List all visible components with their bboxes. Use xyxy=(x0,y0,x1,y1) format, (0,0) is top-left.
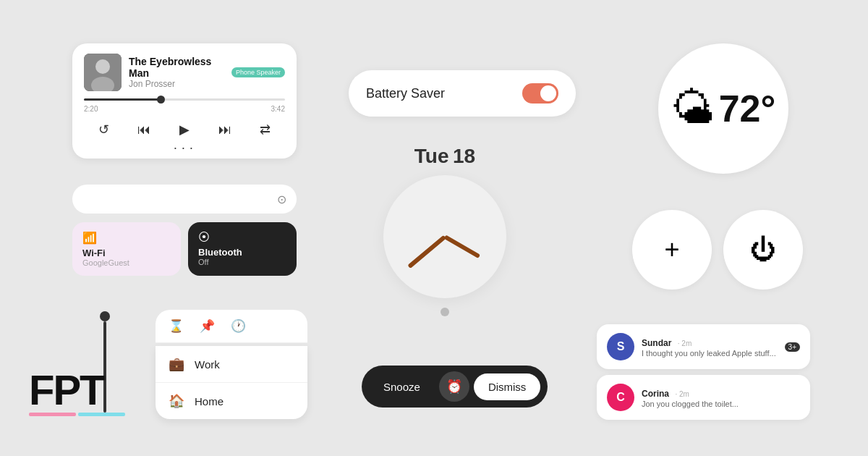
clock-widget: Tue 18 xyxy=(354,145,535,298)
clock-day-num: 18 xyxy=(453,145,475,167)
quick-settings: ⊙ 📶 Wi-Fi GoogleGuest ⦿ Bluetooth Off xyxy=(72,185,297,276)
power-button[interactable]: ⏻ xyxy=(723,210,803,290)
shortcut-work[interactable]: 💼 Work xyxy=(156,346,307,383)
clock-date: Tue 18 xyxy=(414,145,475,168)
music-info: The Eyebrowless Man Jon Prosser xyxy=(129,56,224,89)
battery-saver-card: Battery Saver xyxy=(349,70,576,117)
fpt-line-blue xyxy=(78,413,125,416)
notification-sundar[interactable]: S Sundar · 2m I thought you only leaked … xyxy=(597,324,810,369)
corina-time: · 2m xyxy=(675,390,689,398)
play-icon[interactable]: ▶ xyxy=(179,122,190,138)
alarm-row: Snooze ⏰ Dismiss xyxy=(362,366,548,408)
music-artist: Jon Prosser xyxy=(129,79,224,89)
corina-avatar: C xyxy=(607,384,634,411)
quick-actions: + ⏻ xyxy=(632,210,803,290)
fpt-underlines xyxy=(29,413,130,416)
battery-toggle[interactable] xyxy=(522,83,558,104)
alarm-icon[interactable]: ⏰ xyxy=(439,371,469,402)
sundar-text: I thought you only leaked Apple stuff... xyxy=(642,349,778,358)
bluetooth-label: Bluetooth xyxy=(198,247,286,258)
clock-face xyxy=(383,175,506,298)
wifi-icon: 📶 xyxy=(82,231,171,245)
qs-tiles: 📶 Wi-Fi GoogleGuest ⦿ Bluetooth Off xyxy=(72,222,297,276)
music-progress-fill xyxy=(84,98,161,101)
sundar-name: Sundar xyxy=(642,338,671,348)
music-time-current: 2:20 xyxy=(84,105,98,113)
home-icon: 🏠 xyxy=(169,393,184,409)
music-dots: • • • xyxy=(84,145,285,151)
music-progress-dot xyxy=(157,96,165,104)
pin-icon[interactable]: 📌 xyxy=(200,318,215,334)
quick-settings-search[interactable]: ⊙ xyxy=(72,185,297,214)
bluetooth-tile[interactable]: ⦿ Bluetooth Off xyxy=(188,222,297,276)
corina-content: Corina · 2m Jon you clogged the toilet..… xyxy=(642,387,800,408)
music-progress-bar[interactable] xyxy=(84,98,285,101)
snooze-button[interactable]: Snooze xyxy=(369,373,435,400)
fpt-text: FPT xyxy=(29,369,130,411)
weather-widget: 🌤 72° xyxy=(658,43,788,174)
next-icon[interactable]: ⏭ xyxy=(218,122,231,138)
clock-minute-hand xyxy=(407,235,446,269)
music-player-card: The Eyebrowless Man Jon Prosser Phone Sp… xyxy=(72,43,297,159)
hourglass-icon[interactable]: ⌛ xyxy=(169,318,184,334)
sundar-badge: 3+ xyxy=(785,342,800,352)
sundar-content: Sundar · 2m I thought you only leaked Ap… xyxy=(642,336,778,358)
music-controls: ↺ ⏮ ▶ ⏭ ⇄ xyxy=(84,119,285,140)
music-title: The Eyebrowless Man xyxy=(129,56,224,79)
music-avatar xyxy=(84,54,122,91)
shortcut-header: ⌛ 📌 🕐 xyxy=(156,310,307,343)
weather-temp: 72° xyxy=(719,90,776,127)
music-time-total: 3:42 xyxy=(271,105,285,113)
fpt-logo: FPT xyxy=(29,369,130,434)
work-icon: 💼 xyxy=(169,356,184,372)
wifi-label: Wi-Fi xyxy=(82,248,171,258)
music-times: 2:20 3:42 xyxy=(84,105,285,113)
corina-name: Corina xyxy=(642,389,669,399)
bluetooth-icon: ⦿ xyxy=(198,231,286,244)
weather-icon: 🌤 xyxy=(671,87,715,130)
phone-speaker-badge: Phone Speaker xyxy=(231,67,285,77)
wifi-tile[interactable]: 📶 Wi-Fi GoogleGuest xyxy=(72,222,181,276)
prev-icon[interactable]: ⏮ xyxy=(137,122,150,138)
clock-dot xyxy=(441,308,449,316)
notifications: S Sundar · 2m I thought you only leaked … xyxy=(597,324,810,420)
corina-text: Jon you clogged the toilet... xyxy=(642,400,800,408)
dismiss-button[interactable]: Dismiss xyxy=(474,373,541,400)
sundar-avatar: S xyxy=(607,333,634,360)
settings-icon: ⊙ xyxy=(277,193,286,206)
shortcut-home[interactable]: 🏠 Home xyxy=(156,383,307,419)
clock-icon[interactable]: 🕐 xyxy=(231,318,246,334)
battery-label: Battery Saver xyxy=(366,86,445,101)
wifi-sub: GoogleGuest xyxy=(82,258,171,267)
add-button[interactable]: + xyxy=(632,210,712,290)
shuffle-icon[interactable]: ⇄ xyxy=(260,122,271,138)
bluetooth-sub: Off xyxy=(198,258,286,266)
sundar-time: · 2m xyxy=(678,339,692,347)
app-shortcuts-list: 💼 Work 🏠 Home xyxy=(156,346,307,419)
fpt-line-pink xyxy=(29,413,76,416)
home-label: Home xyxy=(195,395,224,408)
torch-head xyxy=(100,311,110,321)
notification-corina[interactable]: C Corina · 2m Jon you clogged the toilet… xyxy=(597,375,810,420)
work-label: Work xyxy=(195,358,220,371)
clock-day-name: Tue xyxy=(414,145,449,167)
clock-hour-hand xyxy=(444,235,481,258)
replay-icon[interactable]: ↺ xyxy=(98,122,109,138)
svg-point-1 xyxy=(95,59,110,74)
